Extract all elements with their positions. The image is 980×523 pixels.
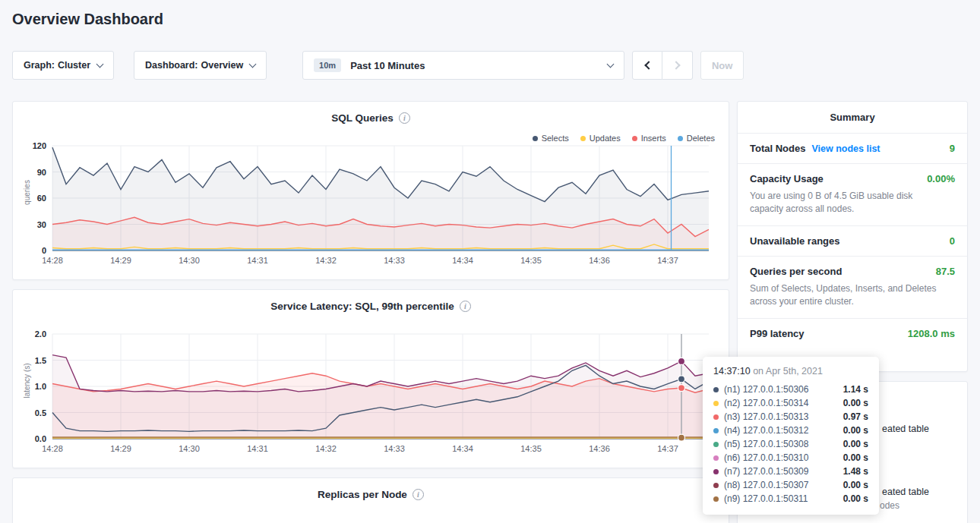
summary-title: Summary (738, 102, 967, 134)
svg-text:14:37: 14:37 (657, 256, 678, 265)
graph-selector[interactable]: Graph: Cluster (12, 51, 114, 80)
tooltip-row: (n4) 127.0.0.1:503120.00 s (713, 424, 868, 437)
series-dot-icon (713, 442, 719, 447)
unavailable-ranges-label: Unavailable ranges (750, 235, 840, 247)
dashboard-controls: Graph: Cluster Dashboard: Overview 10m P… (12, 51, 744, 80)
summary-row-unavailable-ranges: Unavailable ranges 0 (738, 226, 967, 257)
tooltip-row: (n1) 127.0.0.1:503061.14 s (713, 383, 868, 396)
chart-title: SQL Queries (331, 112, 394, 124)
svg-text:14:30: 14:30 (179, 444, 200, 453)
chevron-down-icon (607, 60, 615, 68)
svg-text:14:31: 14:31 (247, 256, 268, 265)
event-text-fragment: eated table (882, 424, 929, 434)
capacity-value: 0.00% (927, 173, 955, 184)
overview-dashboard-page: Overview Dashboard Graph: Cluster Dashbo… (0, 0, 980, 523)
tooltip-node-value: 0.00 s (843, 398, 868, 408)
summary-panel: Summary Total Nodes View nodes list 9 Ca… (737, 101, 968, 372)
chart-title: Replicas per Node (318, 489, 407, 500)
svg-text:14:28: 14:28 (42, 444, 63, 453)
total-nodes-value: 9 (950, 143, 955, 154)
series-dot-icon (713, 483, 719, 488)
series-dot-icon (713, 496, 719, 502)
qps-caption: Sum of Selects, Updates, Inserts, and De… (750, 282, 940, 309)
event-text-fragment: odes (880, 500, 899, 511)
tooltip-row: (n8) 127.0.0.1:503070.00 s (713, 478, 868, 492)
svg-text:0: 0 (42, 246, 46, 255)
tooltip-node-value: 0.00 s (843, 452, 868, 463)
series-dot-icon (713, 401, 719, 406)
svg-text:14:34: 14:34 (452, 256, 473, 265)
dashboard-selector-label: Dashboard: (145, 60, 198, 71)
sql-queries-chart-card: SQL Queries SelectsUpdatesInsertsDeletes… (12, 101, 729, 280)
svg-text:14:31: 14:31 (247, 444, 268, 453)
chart-title-row: Service Latency: SQL, 99th percentile (13, 301, 729, 312)
chart-title-row: Replicas per Node (13, 489, 729, 500)
tooltip-node-address: (n9) 127.0.0.1:50311 (724, 493, 808, 504)
tooltip-node-address: (n7) 127.0.0.1:50309 (724, 466, 808, 477)
svg-text:14:33: 14:33 (384, 256, 405, 265)
summary-row-capacity: Capacity Usage 0.00% You are using 0 B o… (738, 164, 967, 226)
chevron-left-icon (644, 61, 653, 69)
svg-text:30: 30 (37, 220, 46, 229)
tooltip-node-address: (n3) 127.0.0.1:50313 (724, 411, 808, 422)
total-nodes-label: Total Nodes (750, 143, 805, 154)
page-title: Overview Dashboard (12, 11, 163, 28)
chevron-right-icon (672, 61, 680, 69)
sql-queries-chart[interactable]: 14:2814:2914:3014:3114:3214:3314:3414:35… (19, 140, 724, 270)
tooltip-row: (n7) 127.0.0.1:503091.48 s (713, 465, 868, 478)
chevron-down-icon (96, 60, 104, 68)
svg-text:60: 60 (37, 194, 46, 203)
svg-text:14:32: 14:32 (315, 444, 337, 453)
svg-text:120: 120 (33, 141, 46, 150)
svg-text:14:29: 14:29 (110, 444, 131, 453)
view-nodes-list-link[interactable]: View nodes list (811, 143, 880, 154)
chart-tooltip-rows: (n1) 127.0.0.1:503061.14 s(n2) 127.0.0.1… (713, 383, 868, 506)
time-range-picker[interactable]: 10m Past 10 Minutes (302, 51, 624, 80)
tooltip-node-value: 1.48 s (843, 466, 868, 477)
tooltip-timestamp: 14:37:10 on Apr 5th, 2021 (713, 366, 868, 376)
capacity-caption: You are using 0 B of 4.5 GiB usable disk… (750, 190, 940, 216)
dashboard-selector[interactable]: Dashboard: Overview (134, 51, 267, 80)
summary-row-total-nodes: Total Nodes View nodes list 9 (738, 134, 967, 164)
capacity-label: Capacity Usage (750, 173, 824, 184)
dashboard-selector-value: Overview (201, 60, 244, 71)
tooltip-node-address: (n8) 127.0.0.1:50307 (724, 480, 808, 490)
svg-text:14:36: 14:36 (589, 444, 610, 453)
series-dot-icon (713, 469, 719, 474)
tooltip-node-address: (n1) 127.0.0.1:50306 (724, 384, 808, 395)
qps-value: 87.5 (936, 266, 955, 277)
tooltip-node-address: (n4) 127.0.0.1:50312 (724, 425, 808, 436)
series-dot-icon (713, 387, 719, 392)
unavailable-ranges-value: 0 (950, 235, 955, 247)
replicas-per-node-chart-card: Replicas per Node (12, 477, 729, 523)
chart-title-row: SQL Queries (13, 112, 729, 124)
tooltip-row: (n2) 127.0.0.1:503140.00 s (713, 396, 868, 410)
svg-text:14:32: 14:32 (315, 256, 337, 265)
svg-text:14:30: 14:30 (179, 256, 200, 265)
p99-latency-value: 1208.0 ms (908, 328, 955, 339)
info-icon[interactable] (399, 112, 410, 124)
tooltip-node-value: 0.00 s (843, 425, 868, 436)
tooltip-row: (n6) 127.0.0.1:503100.00 s (713, 451, 868, 465)
now-button[interactable]: Now (700, 51, 744, 80)
info-icon[interactable] (460, 301, 471, 312)
prev-range-button[interactable] (632, 51, 662, 80)
svg-text:14:36: 14:36 (589, 256, 610, 265)
svg-text:1.0: 1.0 (35, 382, 46, 391)
svg-text:14:33: 14:33 (384, 444, 405, 453)
series-dot-icon (713, 428, 719, 433)
info-icon[interactable] (413, 489, 424, 500)
time-range-badge: 10m (314, 58, 341, 72)
svg-text:14:37: 14:37 (657, 444, 678, 453)
graph-selector-value: Cluster (58, 60, 90, 71)
svg-text:14:29: 14:29 (110, 256, 131, 265)
summary-row-qps: Queries per second 87.5 Sum of Selects, … (738, 257, 967, 319)
series-dot-icon (713, 455, 719, 461)
next-range-button[interactable] (662, 51, 693, 80)
chart-tooltip: 14:37:10 on Apr 5th, 2021 (n1) 127.0.0.1… (703, 357, 879, 515)
time-range-pager (632, 51, 693, 80)
service-latency-chart[interactable]: 14:2814:2914:3014:3114:3214:3314:3414:35… (19, 328, 724, 458)
tooltip-row: (n9) 127.0.0.1:503110.00 s (713, 492, 868, 506)
tooltip-date: on Apr 5th, 2021 (753, 366, 823, 376)
tooltip-node-address: (n6) 127.0.0.1:50310 (724, 452, 808, 463)
